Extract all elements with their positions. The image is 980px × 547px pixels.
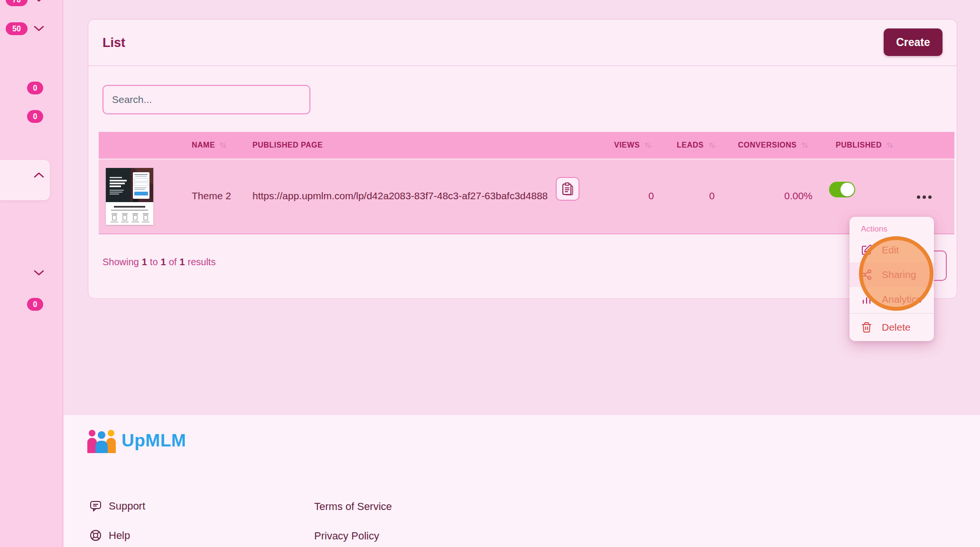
pencil-icon: [861, 244, 872, 256]
sidebar: 70 50 0 0 0: [0, 0, 63, 547]
sort-icon[interactable]: [801, 141, 809, 149]
sort-icon[interactable]: [886, 141, 894, 149]
page-title: List: [103, 36, 125, 50]
menu-item-delete[interactable]: Delete: [849, 315, 934, 340]
search-input[interactable]: [103, 85, 310, 114]
upmlm-logo-icon: [86, 428, 117, 453]
actions-menu-label: Actions: [849, 223, 934, 238]
brand-name: UpMLM: [121, 431, 186, 451]
bar-chart-icon: [861, 294, 872, 305]
actions-dropdown-menu: Actions Edit Sharing Analytics: [849, 217, 934, 341]
sort-icon[interactable]: [708, 141, 716, 149]
themes-table: NAME PUBLISHED PAGE VIEWS LEADS: [99, 132, 954, 234]
sidebar-badge-zero-3: 0: [27, 298, 43, 311]
published-toggle[interactable]: [829, 182, 855, 197]
column-header-published[interactable]: PUBLISHED: [836, 132, 894, 158]
sidebar-active-item[interactable]: [0, 160, 50, 200]
row-actions-button[interactable]: [913, 192, 935, 202]
row-conversions: 0.00%: [753, 190, 812, 202]
sort-icon[interactable]: [219, 141, 227, 149]
share-icon: [861, 269, 872, 280]
chevron-down-icon[interactable]: [33, 25, 45, 32]
footer-link-terms[interactable]: Terms of Service: [314, 501, 392, 513]
menu-item-sharing[interactable]: Sharing: [849, 262, 934, 287]
copy-url-button[interactable]: [556, 177, 579, 201]
brand-logo: UpMLM: [86, 428, 186, 453]
column-header-leads[interactable]: LEADS: [677, 132, 716, 158]
app-page: 70 50 0 0 0 List Create: [0, 0, 980, 547]
menu-item-analytics[interactable]: Analytics: [849, 287, 934, 312]
column-header-conversions[interactable]: CONVERSIONS: [738, 132, 809, 158]
footer-link-help[interactable]: Help: [89, 529, 130, 542]
sidebar-badge-zero-2: 0: [27, 110, 43, 123]
life-buoy-icon: [89, 529, 102, 542]
trash-icon: [861, 322, 872, 333]
column-header-views[interactable]: VIEWS: [614, 132, 652, 158]
column-header-published-page[interactable]: PUBLISHED PAGE: [252, 132, 323, 158]
menu-divider: [849, 313, 934, 314]
chevron-down-icon[interactable]: [33, 0, 45, 2]
sidebar-badge-top: 70: [6, 0, 28, 6]
list-card: List Create NAME PUBLISHED PAGE VIEWS: [88, 19, 957, 299]
row-thumbnail: [106, 168, 153, 225]
footer: UpMLM Support Help Terms of Service Priv…: [64, 415, 980, 547]
card-header: List Create: [88, 19, 957, 66]
chevron-down-icon[interactable]: [33, 269, 45, 276]
row-views: 0: [625, 190, 654, 202]
create-button[interactable]: Create: [884, 28, 943, 56]
menu-item-edit[interactable]: Edit: [849, 238, 934, 262]
footer-link-privacy[interactable]: Privacy Policy: [314, 530, 379, 542]
results-summary: Showing 1 to 1 of 1 results: [103, 257, 215, 268]
sidebar-badge-50: 50: [6, 22, 28, 35]
toggle-knob: [840, 183, 854, 196]
table-row[interactable]: Theme 2 https://app.upmlm.com/lp/d42a208…: [99, 158, 954, 234]
table-header-row: NAME PUBLISHED PAGE VIEWS LEADS: [99, 132, 954, 158]
row-leads: 0: [686, 190, 715, 202]
row-name: Theme 2: [192, 190, 231, 202]
column-header-name[interactable]: NAME: [192, 132, 227, 158]
sidebar-badge-zero-1: 0: [27, 82, 43, 94]
chevron-up-icon[interactable]: [33, 172, 45, 178]
footer-link-support[interactable]: Support: [89, 500, 145, 512]
sort-icon[interactable]: [644, 141, 652, 149]
chat-bubble-icon: [89, 500, 102, 512]
row-published-page-url[interactable]: https://app.upmlm.com/lp/d42a2083-83f7-4…: [252, 190, 548, 202]
